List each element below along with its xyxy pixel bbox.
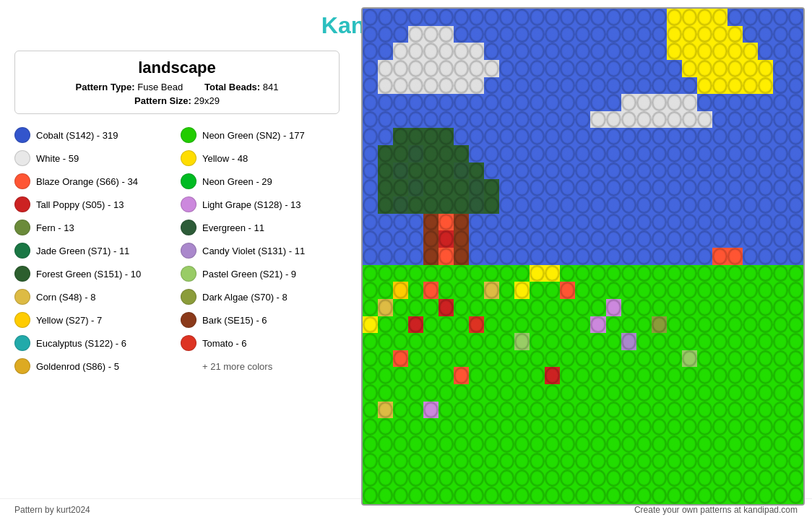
bead-cell (530, 402, 545, 419)
bead-cell (423, 418, 439, 436)
bead-cell (697, 367, 712, 384)
bead-cell (408, 111, 423, 129)
bead-cell (667, 469, 682, 487)
bead-cell (606, 436, 621, 453)
bead-cell (773, 418, 788, 436)
bead-cell (408, 179, 423, 196)
bead-cell (514, 162, 530, 180)
bead-cell (454, 453, 469, 470)
bead-cell (499, 367, 514, 384)
bead-cell (545, 265, 560, 282)
bead-cell (560, 196, 575, 214)
bead-cell (621, 128, 636, 145)
bead-cell (652, 77, 667, 95)
bead-cell (439, 469, 454, 487)
bead-cell (758, 282, 773, 299)
bead-cell (773, 77, 788, 95)
bead-cell (758, 333, 773, 350)
bead-cell (636, 43, 652, 60)
bead-cell (499, 128, 514, 145)
bead-cell (712, 214, 727, 231)
bead-cell (743, 350, 758, 368)
bead-cell (560, 487, 575, 504)
color-swatch (14, 196, 30, 212)
bead-cell (423, 350, 439, 368)
bead-cell (712, 248, 727, 265)
bead-cell (697, 214, 712, 231)
bead-cell (590, 77, 605, 95)
color-label: Cobalt (S142) - 319 (36, 130, 118, 141)
bead-cell (697, 145, 712, 162)
color-swatch (181, 196, 196, 212)
bead-cell (682, 265, 697, 282)
bead-cell (484, 418, 499, 436)
bead-cell (363, 384, 378, 402)
bead-cell (454, 436, 469, 453)
color-item: Jade Green (S71) - 11 (14, 240, 173, 261)
bead-cell (484, 111, 499, 129)
bead-cell (499, 316, 514, 334)
bead-cell (469, 94, 484, 111)
bead-cell (530, 350, 545, 368)
bead-cell (636, 26, 652, 43)
bead-cell (378, 43, 393, 60)
bead-cell (514, 214, 530, 231)
bead-cell (560, 265, 575, 282)
bead-cell (788, 214, 803, 231)
bead-cell (575, 333, 590, 350)
bead-cell (758, 111, 773, 129)
bead-cell (499, 453, 514, 470)
bead-cell (575, 453, 590, 470)
bead-cell (499, 43, 514, 60)
bead-cell (590, 9, 605, 26)
bead-cell (697, 26, 712, 43)
color-label: Forest Green (S151) - 10 (36, 269, 141, 280)
bead-cell (636, 418, 652, 436)
bead-cell (590, 196, 605, 214)
bead-cell (469, 145, 484, 162)
bead-cell (363, 487, 378, 504)
bead-cell (743, 196, 758, 214)
bead-cell (545, 60, 560, 77)
bead-cell (393, 418, 408, 436)
bead-cell (393, 94, 408, 111)
bead-cell (530, 487, 545, 504)
bead-cell (575, 111, 590, 129)
bead-cell (712, 453, 727, 470)
bead-cell (423, 94, 439, 111)
bead-cell (667, 77, 682, 95)
color-label: Evergreen - 11 (202, 222, 264, 233)
bead-cell (499, 162, 514, 180)
bead-cell (697, 316, 712, 334)
bead-cell (636, 316, 652, 334)
bead-cell (697, 453, 712, 470)
bead-cell (712, 265, 727, 282)
bead-cell (697, 43, 712, 60)
bead-cell (560, 77, 575, 95)
bead-cell (514, 145, 530, 162)
bead-cell (652, 402, 667, 419)
bead-cell (378, 282, 393, 299)
bead-cell (378, 487, 393, 504)
bead-cell (773, 43, 788, 60)
bead-cell (773, 60, 788, 77)
pattern-type: Pattern Type: Fuse Bead (76, 82, 183, 92)
bead-cell (773, 402, 788, 419)
bead-cell (363, 214, 378, 231)
bead-cell (743, 77, 758, 95)
bead-cell (499, 333, 514, 350)
bead-cell (621, 350, 636, 368)
bead-cell (697, 350, 712, 368)
bead-cell (667, 248, 682, 265)
bead-cell (484, 436, 499, 453)
bead-cell (712, 60, 727, 77)
bead-cell (439, 402, 454, 419)
bead-cell (590, 60, 605, 77)
bead-cell (469, 418, 484, 436)
bead-cell (636, 333, 652, 350)
bead-cell (393, 145, 408, 162)
bead-cell (469, 453, 484, 470)
bead-cell (560, 436, 575, 453)
pattern-size: Pattern Size: 29x29 (134, 95, 220, 106)
bead-cell (773, 384, 788, 402)
